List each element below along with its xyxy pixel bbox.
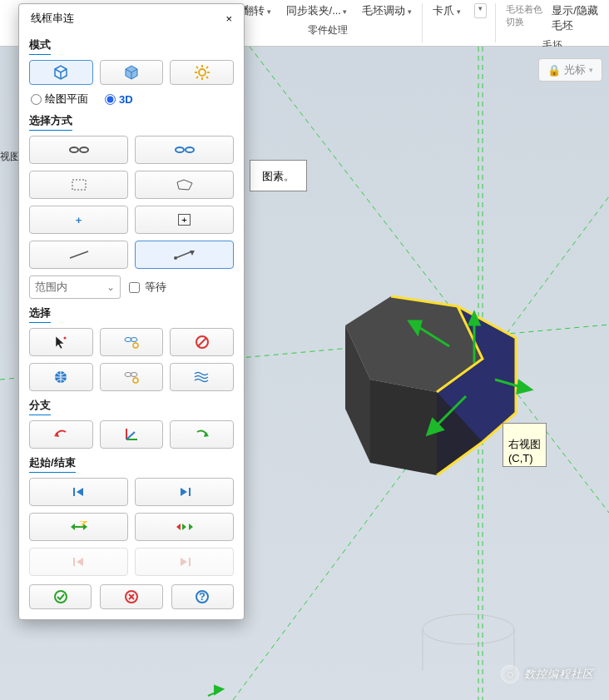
window-select-button[interactable]	[29, 171, 128, 199]
single-point-button[interactable]: +	[29, 206, 128, 234]
dialog-title: 线框串连	[31, 11, 74, 26]
chain-gear-icon	[122, 335, 141, 350]
svg-point-75	[55, 591, 67, 603]
chain-open-button[interactable]	[29, 136, 128, 164]
flip-both-icon	[175, 521, 195, 533]
wireframe-chain-dialog: 线框串连 × 模式 绘图平面 3D 选择方式 + + 范围内 等待	[18, 3, 245, 620]
no-entry-icon	[195, 335, 210, 350]
arrow-cursor-icon	[53, 335, 68, 350]
radio-plane[interactable]: 绘图平面	[31, 92, 88, 107]
svg-line-31	[196, 67, 198, 68]
select-global-button[interactable]	[29, 363, 93, 391]
line-icon	[67, 249, 91, 261]
svg-point-35	[70, 147, 78, 152]
svg-marker-74	[181, 558, 187, 566]
select-arrow-button[interactable]	[29, 328, 93, 356]
skip-back-red-icon	[72, 556, 87, 568]
mode-solid-button[interactable]	[100, 60, 164, 85]
section-branches: 分支	[29, 398, 234, 415]
mode-wireframe-button[interactable]	[29, 60, 93, 85]
lock-icon: 🔒	[547, 64, 561, 77]
svg-text:⚡: ⚡	[77, 521, 89, 528]
svg-point-26	[199, 69, 205, 76]
range-combo[interactable]: 范围内	[29, 276, 121, 299]
radio-3d[interactable]: 3D	[105, 93, 133, 106]
select-waves-button[interactable]	[170, 363, 234, 391]
ribbon-item-stock-showhide[interactable]: 显示/隐藏毛坯	[550, 3, 601, 33]
svg-point-36	[80, 147, 88, 152]
svg-line-50	[198, 338, 206, 346]
chain-closed-button[interactable]	[135, 136, 234, 164]
svg-marker-72	[77, 558, 83, 566]
skip-fwd-red-icon	[177, 556, 192, 568]
svg-line-42	[176, 251, 192, 258]
skip-start-button[interactable]	[29, 478, 128, 506]
svg-line-32	[206, 77, 208, 78]
svg-marker-70	[189, 524, 193, 530]
svg-marker-61	[77, 488, 83, 496]
waves-icon	[193, 370, 211, 384]
flip-start-button[interactable]: ⚡	[29, 513, 128, 541]
svg-rect-39	[72, 180, 86, 190]
svg-line-34	[196, 77, 198, 78]
section-select-method: 选择方式	[29, 113, 234, 131]
cube-solid-icon	[122, 63, 141, 82]
ribbon-item-sync[interactable]: 同步装夹/...	[285, 3, 349, 18]
axes-icon	[124, 427, 139, 442]
flip-end-button[interactable]	[135, 513, 234, 541]
skip-end-disabled-button	[135, 548, 234, 576]
branch-axes-button[interactable]	[100, 420, 164, 449]
vector-button[interactable]	[135, 241, 234, 269]
chevron-down-icon: ▾	[589, 66, 593, 74]
cube-wire-icon	[52, 63, 70, 82]
svg-text:?: ?	[199, 590, 205, 603]
cursor-lock-button[interactable]: 🔒 光标 ▾	[538, 58, 602, 82]
ribbon-item-chuck[interactable]: 卡爪	[431, 3, 463, 18]
branch-forward-button[interactable]	[170, 420, 234, 449]
undo-arrow-icon	[52, 429, 69, 440]
svg-marker-13	[517, 381, 531, 393]
section-startend: 起始/结束	[29, 455, 234, 473]
select-chain-gear2-button[interactable]	[100, 363, 164, 391]
globe-icon	[53, 370, 68, 385]
branch-back-button[interactable]	[29, 420, 93, 449]
cancel-button[interactable]	[100, 584, 162, 609]
svg-marker-63	[181, 488, 187, 496]
chain-filled-icon	[172, 143, 197, 156]
skip-fwd-icon	[177, 486, 192, 498]
skip-back-icon	[72, 486, 87, 498]
ribbon-item-chuck-dd[interactable]: ▾	[474, 3, 487, 18]
select-chain-settings-button[interactable]	[100, 328, 164, 356]
ribbon-item-flip[interactable]: 翻转	[241, 3, 273, 18]
ribbon-item-stock-color[interactable]: 毛坯着色切换	[504, 3, 546, 33]
help-button[interactable]: ?	[171, 584, 234, 609]
svg-marker-44	[190, 251, 195, 256]
ok-button[interactable]	[29, 584, 92, 609]
selection-hint: 图素。	[250, 160, 307, 191]
line-button[interactable]	[29, 241, 128, 269]
polygon-select-button[interactable]	[135, 171, 234, 199]
svg-marker-25	[215, 686, 223, 694]
flip-start-icon: ⚡	[69, 521, 89, 533]
cursor-label: 光标	[564, 62, 586, 77]
chain-gear2-icon	[122, 370, 141, 385]
svg-line-58	[126, 432, 135, 439]
svg-marker-68	[176, 524, 181, 530]
ribbon-item-stock-move[interactable]: 毛坯调动	[360, 3, 413, 18]
check-icon	[53, 589, 68, 604]
section-mode: 模式	[29, 37, 234, 55]
skip-start-disabled-button	[29, 548, 128, 576]
svg-point-54	[133, 378, 138, 383]
gear-icon	[194, 64, 210, 81]
svg-point-37	[176, 147, 184, 152]
svg-rect-73	[189, 558, 191, 566]
mode-settings-button[interactable]	[170, 60, 234, 85]
skip-end-button[interactable]	[135, 478, 234, 506]
svg-marker-40	[177, 180, 192, 190]
svg-rect-60	[73, 488, 75, 496]
wait-checkbox[interactable]: 等待	[129, 280, 166, 295]
add-point-button[interactable]: +	[135, 206, 234, 234]
left-panel-sliver: 视图	[0, 150, 20, 164]
select-deny-button[interactable]	[170, 328, 234, 356]
close-icon[interactable]: ×	[225, 12, 232, 25]
